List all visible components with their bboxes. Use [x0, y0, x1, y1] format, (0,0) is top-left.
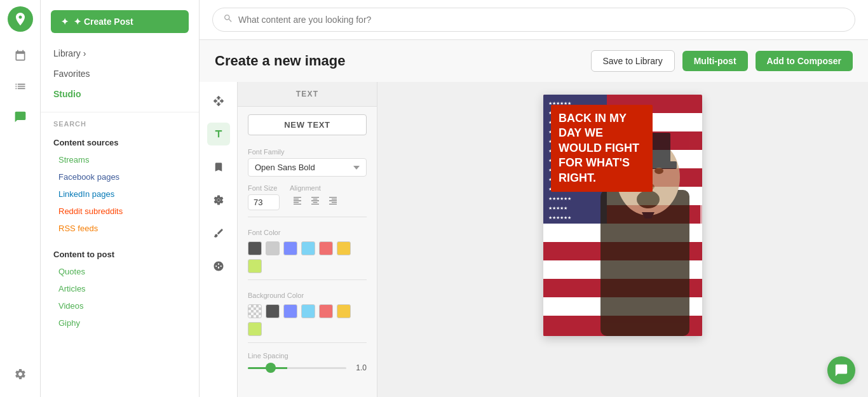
- add-to-composer-button[interactable]: Add to Composer: [756, 51, 853, 71]
- calendar-nav-icon[interactable]: [8, 43, 33, 69]
- sidebar-link-reddit[interactable]: Reddit subreddits: [41, 203, 199, 220]
- new-text-button[interactable]: NEW TEXT: [248, 114, 367, 135]
- compose-nav-icon[interactable]: [8, 104, 33, 130]
- search-icon: [223, 13, 233, 26]
- app-logo[interactable]: [8, 6, 33, 32]
- bg-color-label: Background Color: [238, 286, 377, 302]
- svg-point-35: [637, 191, 660, 208]
- filter-tool-icon[interactable]: [207, 189, 230, 212]
- search-label: SEARCH: [41, 120, 199, 133]
- sidebar-item-studio[interactable]: Studio: [41, 84, 199, 104]
- sidebar-divider-1: [41, 112, 199, 112]
- multipost-button[interactable]: Multi-post: [682, 51, 748, 71]
- sidebar-link-rss[interactable]: RSS feeds: [41, 220, 199, 237]
- font-color-swatch-red[interactable]: [319, 241, 333, 255]
- move-tool-icon[interactable]: [207, 90, 230, 112]
- alignment-label: Alignment: [290, 184, 367, 192]
- svg-text:★★★★★★: ★★★★★★: [548, 196, 571, 201]
- font-color-swatch-green[interactable]: [248, 259, 262, 273]
- font-color-swatch-light-gray[interactable]: [266, 241, 280, 255]
- bookmark-tool-icon[interactable]: [207, 156, 230, 178]
- sidebar-link-facebook[interactable]: Facebook pages: [41, 168, 199, 185]
- favorites-label: Favorites: [53, 69, 90, 79]
- panel-divider-3: [248, 342, 367, 343]
- canvas-area: ★★★★★★ ★★★★★ ★★★★★★ ★★★★★ ★★★★★★ ★★★★★ ★…: [377, 82, 868, 397]
- paint-tool-icon[interactable]: [207, 222, 230, 245]
- list-nav-icon[interactable]: [8, 74, 33, 99]
- image-text-overlay: BACK IN MY DAY WE WOULD FIGHT FOR WHAT'S…: [551, 105, 653, 192]
- chat-button[interactable]: [827, 356, 855, 384]
- main-header: [200, 0, 868, 40]
- font-color-swatch-blue[interactable]: [301, 241, 315, 255]
- editor-area: TEXT NEW TEXT Font Family Open Sans Bold…: [200, 82, 868, 397]
- sidebar: ✦ ✦ Create Post Library › Favorites Stud…: [41, 0, 200, 397]
- sidebar-link-quotes[interactable]: Quotes: [41, 263, 199, 280]
- alignment-buttons: [290, 194, 367, 209]
- text-properties-panel: TEXT NEW TEXT Font Family Open Sans Bold…: [238, 82, 377, 397]
- sidebar-link-videos[interactable]: Videos: [41, 297, 199, 314]
- create-post-icon: ✦: [61, 17, 69, 27]
- create-post-label: ✦ Create Post: [74, 17, 133, 27]
- bg-color-swatch-green[interactable]: [248, 322, 262, 336]
- image-preview[interactable]: ★★★★★★ ★★★★★ ★★★★★★ ★★★★★ ★★★★★★ ★★★★★ ★…: [543, 95, 702, 336]
- sidebar-link-linkedin[interactable]: LinkedIn pages: [41, 185, 199, 203]
- effect-tool-icon[interactable]: [207, 255, 230, 278]
- font-size-input[interactable]: [248, 194, 280, 210]
- font-color-label: Font Color: [238, 224, 377, 239]
- font-size-label: Font Size: [248, 184, 280, 192]
- align-left-button[interactable]: [290, 194, 305, 209]
- align-right-button[interactable]: [325, 194, 341, 209]
- bg-color-swatch-transparent[interactable]: [248, 304, 262, 318]
- svg-point-33: [654, 168, 663, 174]
- font-color-swatch-purple[interactable]: [283, 241, 297, 255]
- content-to-post-title: Content to post: [41, 245, 199, 263]
- bg-color-swatch-dark[interactable]: [266, 304, 280, 318]
- search-input[interactable]: [238, 15, 844, 25]
- panel-divider-1: [248, 217, 367, 217]
- font-family-select[interactable]: Open Sans Bold: [248, 158, 367, 177]
- line-spacing-label: Line Spacing: [248, 352, 367, 363]
- font-color-swatch-dark[interactable]: [248, 241, 262, 255]
- line-spacing-row: 1.0: [248, 363, 367, 372]
- content-sources-title: Content sources: [41, 133, 199, 151]
- font-color-swatches: [238, 241, 377, 273]
- align-center-button[interactable]: [308, 194, 323, 209]
- svg-point-0: [217, 199, 220, 202]
- tool-panel: [200, 82, 238, 397]
- save-to-library-button[interactable]: Save to Library: [591, 50, 675, 72]
- svg-text:★★★★★: ★★★★★: [548, 206, 567, 210]
- bg-color-swatch-yellow[interactable]: [337, 304, 351, 318]
- bg-color-swatch-red[interactable]: [319, 304, 333, 318]
- sidebar-link-articles[interactable]: Articles: [41, 280, 199, 297]
- library-label: Library ›: [53, 48, 86, 58]
- line-spacing-section: Line Spacing 1.0: [238, 352, 377, 372]
- line-spacing-slider[interactable]: [248, 367, 346, 369]
- text-panel-header: TEXT: [238, 82, 377, 107]
- sidebar-item-library[interactable]: Library ›: [41, 43, 199, 64]
- page-header: Create a new image Save to Library Multi…: [200, 40, 868, 82]
- studio-label: Studio: [53, 89, 81, 99]
- nav-rail: [0, 0, 41, 397]
- panel-divider-2: [248, 279, 367, 280]
- sidebar-link-streams[interactable]: Streams: [41, 151, 199, 168]
- resize-handle[interactable]: [700, 196, 702, 234]
- sidebar-item-favorites[interactable]: Favorites: [41, 64, 199, 84]
- font-color-swatch-yellow[interactable]: [337, 241, 351, 255]
- font-family-label: Font Family: [238, 143, 377, 158]
- bg-color-swatches: [238, 304, 377, 336]
- bg-color-swatch-purple[interactable]: [283, 304, 297, 318]
- line-spacing-value: 1.0: [351, 363, 367, 372]
- create-post-button[interactable]: ✦ ✦ Create Post: [51, 10, 189, 33]
- search-bar[interactable]: [212, 8, 855, 32]
- text-tool-icon[interactable]: [207, 123, 230, 145]
- bg-color-swatch-blue[interactable]: [301, 304, 315, 318]
- settings-nav-icon[interactable]: [8, 361, 33, 387]
- main-area: Create a new image Save to Library Multi…: [200, 0, 868, 397]
- sidebar-link-giphy[interactable]: Giphy: [41, 314, 199, 332]
- svg-text:★★★★★★: ★★★★★★: [548, 215, 571, 220]
- page-title: Create a new image: [215, 53, 583, 69]
